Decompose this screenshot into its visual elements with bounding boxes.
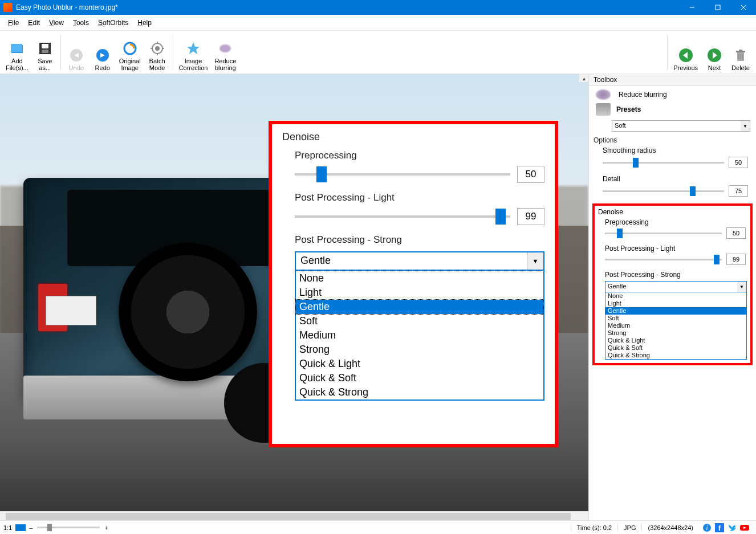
detail-slider[interactable] [603,190,724,192]
previous-icon [678,47,694,63]
toolbox-header: Toolbox [589,74,756,86]
add-files-button[interactable]: Add File(s)... [2,32,32,72]
add-files-icon [9,40,25,56]
batch-mode-button[interactable]: Batch Mode [144,32,170,72]
dropdown-option[interactable]: Quick & Strong [296,385,543,400]
zoom-out-button[interactable]: – [29,524,32,531]
svg-rect-23 [736,51,745,52]
next-label: Next [708,64,721,71]
dropdown-option[interactable]: Light [296,286,543,300]
redo-label: Redo [95,64,110,71]
menu-help[interactable]: Help [133,17,156,29]
image-canvas[interactable]: Denoise Preprocessing 50 Post Processing… [0,74,588,520]
zoom-ratio[interactable]: 1:1 [3,524,12,531]
dropdown-option[interactable]: None [296,271,543,286]
youtube-icon[interactable] [740,523,749,532]
reduce-blurring-icon [217,40,233,56]
dropdown-option[interactable]: Quick & Light [296,357,543,371]
dropdown-option[interactable]: Quick & Light [605,337,746,344]
smoothing-slider[interactable] [603,162,724,164]
preprocessing-slider[interactable] [295,173,510,176]
preprocessing-value-mini[interactable]: 50 [726,227,746,239]
delete-button[interactable]: Delete [727,32,754,72]
presets-select[interactable]: Soft [612,120,750,132]
dropdown-option[interactable]: Quick & Soft [296,371,543,385]
post-strong-label-mini: Post Processing - Strong [598,271,747,279]
correction-icon [185,40,201,56]
chevron-down-icon[interactable] [741,121,750,131]
minimize-button[interactable] [679,0,705,15]
menu-tools[interactable]: Tools [68,17,94,29]
add-files-label: Add File(s)... [6,58,29,71]
undo-icon [68,47,84,63]
svg-rect-8 [42,50,48,53]
dropdown-option[interactable]: Medium [605,322,746,329]
toolbox-panel: Toolbox Reduce blurring Presets Soft Opt… [588,74,756,520]
post-strong-combo-mini[interactable]: Gentle [605,281,747,292]
chevron-down-icon[interactable] [527,252,543,270]
preprocessing-slider-mini[interactable] [605,233,722,234]
dropdown-option[interactable]: Quick & Soft [605,344,746,352]
smoothing-value[interactable]: 50 [729,157,748,168]
next-button[interactable]: Next [701,32,727,72]
dropdown-option[interactable]: Strong [296,343,543,357]
post-light-value-mini[interactable]: 99 [726,254,746,265]
chevron-down-icon[interactable] [737,282,746,292]
preprocessing-value[interactable]: 50 [517,166,544,183]
reduce-blurring-button[interactable]: Reduce blurring [211,32,239,72]
status-dimensions: (3264x2448x24) [641,524,699,531]
facebook-icon[interactable]: f [715,523,724,532]
dropdown-option[interactable]: Medium [296,328,543,343]
post-light-label: Post Processing - Light [295,192,544,203]
dropdown-option[interactable]: Soft [296,314,543,328]
twitter-icon[interactable] [727,523,737,532]
mode-label: Reduce blurring [619,91,667,99]
status-format: JPG [617,524,641,531]
menu-file[interactable]: File [3,17,23,29]
menu-edit[interactable]: Edit [23,17,44,29]
horizontal-scrollbar[interactable] [0,511,588,520]
image-correction-button[interactable]: Image Correction [176,32,212,72]
dropdown-option[interactable]: Gentle [605,307,746,315]
presets-label: Presets [616,105,749,113]
menu-softorbits[interactable]: SoftOrbits [94,17,133,29]
menu-view[interactable]: View [44,17,68,29]
dropdown-option[interactable]: Quick & Strong [605,352,746,359]
post-strong-dropdown-mini[interactable]: NoneLightGentleSoftMediumStrongQuick & L… [605,292,747,360]
status-bar: 1:1 – + Time (s): 0.2 JPG (3264x2448x24)… [0,520,756,534]
reduce-label: Reduce blurring [214,58,236,71]
dropdown-option[interactable]: Gentle [296,300,543,314]
dropdown-option[interactable]: Light [605,300,746,307]
save-as-button[interactable]: Save as... [32,32,58,72]
undo-button[interactable]: Undo [63,32,90,72]
close-button[interactable] [730,0,756,15]
previous-button[interactable]: Previous [670,32,701,72]
preprocessing-label-mini: Preprocessing [598,218,747,226]
toolbar: Add File(s)... Save as... Undo Redo Orig… [0,31,756,74]
post-light-slider-mini[interactable] [605,259,722,260]
svg-rect-7 [42,44,48,48]
menu-bar: File Edit View Tools SoftOrbits Help [0,15,756,31]
post-light-value[interactable]: 99 [517,208,544,225]
presets-icon [596,103,611,116]
batch-label: Batch Mode [149,58,165,71]
post-strong-combo[interactable]: Gentle [295,251,544,271]
zoom-in-button[interactable]: + [104,524,108,531]
original-image-button[interactable]: Original Image [116,32,144,72]
post-light-slider[interactable] [295,215,510,218]
fit-screen-icon[interactable] [15,524,26,531]
window-title: Easy Photo Unblur - montero.jpg* [16,3,679,11]
detail-value[interactable]: 75 [729,185,748,197]
post-strong-dropdown[interactable]: NoneLightGentleSoftMediumStrongQuick & L… [295,271,544,401]
zoom-slider[interactable] [37,527,100,528]
dropdown-option[interactable]: None [605,292,746,300]
dropdown-option[interactable]: Strong [605,329,746,337]
svg-rect-1 [716,5,720,10]
dropdown-option[interactable]: Soft [605,315,746,322]
scroll-up-button[interactable]: ▴ [579,74,588,82]
info-icon[interactable]: i [702,523,712,532]
reduce-blurring-icon [596,89,611,100]
svg-rect-24 [739,50,742,51]
redo-button[interactable]: Redo [90,32,116,72]
maximize-button[interactable] [705,0,730,15]
